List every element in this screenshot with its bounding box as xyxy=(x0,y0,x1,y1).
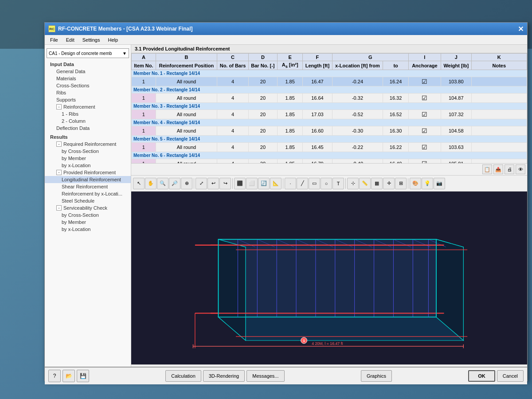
gfx-fit-btn[interactable]: ⤢ xyxy=(196,178,207,189)
anchorage-checkbox[interactable]: ☑ xyxy=(408,94,441,103)
menu-edit[interactable]: Edit xyxy=(63,36,78,43)
gfx-render-btn[interactable]: 💡 xyxy=(422,178,433,189)
sidebar-item-serviceability[interactable]: - Serviceability Check xyxy=(45,204,131,211)
sidebar-item-reinforcement[interactable]: - Reinforcement xyxy=(45,103,131,110)
cell-j: 103.80 xyxy=(441,77,471,86)
gfx-circle-btn[interactable]: ○ xyxy=(321,178,332,189)
gfx-undo-btn[interactable]: ↩ xyxy=(207,178,219,189)
case-dropdown[interactable]: CA1 - Design of concrete memb ▼ xyxy=(47,48,129,58)
gfx-line-btn[interactable]: ╱ xyxy=(297,178,308,189)
gfx-grid-btn[interactable]: ▦ xyxy=(371,178,383,189)
table-row[interactable]: 1All round4201.8516.45-0.2216.22☑103.63 xyxy=(132,143,527,152)
calculation-button[interactable]: Calculation xyxy=(165,370,201,382)
data-table-container[interactable]: A B C D E F G I J K xyxy=(131,53,527,164)
table-row[interactable]: 1All round4201.8516.64-0.3216.32☑104.87 xyxy=(132,94,527,103)
menu-help[interactable]: Help xyxy=(104,36,121,43)
sidebar-item-supports[interactable]: Supports xyxy=(45,96,131,103)
expand-reinforcement-icon[interactable]: - xyxy=(56,104,62,110)
svg-marker-3 xyxy=(219,239,436,317)
cell-h: 16.24 xyxy=(383,77,408,86)
table-action-btn-2[interactable]: 📤 xyxy=(493,164,503,174)
gfx-section-btn[interactable]: ⊞ xyxy=(395,178,407,189)
sidebar-item-materials[interactable]: Materials xyxy=(45,75,131,82)
gfx-measure-btn[interactable]: 📏 xyxy=(359,178,371,189)
3d-view[interactable]: 1 4 20M, l = 16.47 ft xyxy=(131,192,527,364)
table-row[interactable]: 1All round4201.8516.79-0.4016.40☑105.81 xyxy=(132,159,527,164)
anchorage-checkbox[interactable]: ☑ xyxy=(408,159,441,164)
col-subheader-h: to xyxy=(383,61,408,70)
graphics-button[interactable]: Graphics xyxy=(361,370,392,382)
table-row[interactable]: 1All round4201.8516.47-0.2416.24☑103.80 xyxy=(132,77,527,86)
gfx-cursor-btn[interactable]: ↖ xyxy=(133,178,145,189)
expand-serviceability-icon[interactable]: - xyxy=(56,205,62,211)
anchorage-checkbox[interactable]: ☑ xyxy=(408,126,441,136)
sidebar-item-shear-reinforcement[interactable]: Shear Reinforcement xyxy=(45,183,131,190)
gfx-axes-btn[interactable]: ✛ xyxy=(383,178,395,189)
gfx-point-btn[interactable]: · xyxy=(285,178,296,189)
expand-provided-icon[interactable]: - xyxy=(56,170,62,175)
sidebar-item-1-ribs[interactable]: 1 - Ribs xyxy=(45,110,131,117)
gfx-ortho-btn[interactable]: 📐 xyxy=(270,178,282,189)
sidebar-item-required-by-member[interactable]: by Member xyxy=(45,155,131,162)
ok-button[interactable]: OK xyxy=(468,370,495,382)
gfx-dim-btn[interactable]: ⊹ xyxy=(347,178,359,189)
gfx-view1-btn[interactable]: ⬛ xyxy=(234,178,246,189)
table-row[interactable]: 1All round4201.8516.60-0.3016.30☑104.58 xyxy=(132,126,527,136)
open-btn[interactable]: 📂 xyxy=(63,370,75,382)
sidebar-item-svc-by-x-location[interactable]: by x-Location xyxy=(45,226,131,233)
results-section: Results - Required Reinforcement by Cros… xyxy=(45,133,131,234)
anchorage-checkbox[interactable]: ☑ xyxy=(408,143,441,152)
sidebar-item-required-reinforcement[interactable]: - Required Reinforcement xyxy=(45,141,131,148)
menu-file[interactable]: File xyxy=(47,36,62,43)
sidebar-item-steel-schedule[interactable]: Steel Schedule xyxy=(45,197,131,204)
sidebar-item-general-data[interactable]: General Data xyxy=(45,68,131,75)
gfx-rotate-btn[interactable]: 🔄 xyxy=(258,178,270,189)
messages-button[interactable]: Messages... xyxy=(246,370,284,382)
cell-f: 16.47 xyxy=(303,77,332,86)
gfx-select-btn[interactable]: ⊕ xyxy=(181,178,192,189)
sidebar-item-required-by-x-location[interactable]: by x-Location xyxy=(45,162,131,169)
gfx-zoom-in-btn[interactable]: 🔍 xyxy=(157,178,168,189)
sidebar-item-svc-by-member[interactable]: by Member xyxy=(45,219,131,226)
sidebar-item-reinforcement-by-x[interactable]: Reinforcement by x-Locati... xyxy=(45,190,131,197)
gfx-rect-btn[interactable]: ▭ xyxy=(309,178,320,189)
cell-d: 20 xyxy=(248,143,277,152)
sidebar-item-deflection-data[interactable]: Deflection Data xyxy=(45,125,131,132)
expand-required-icon[interactable]: - xyxy=(56,141,62,147)
col-header-d: D xyxy=(248,54,277,61)
cell-b: All round xyxy=(156,159,217,164)
gfx-screenshot-btn[interactable]: 📷 xyxy=(434,178,445,189)
col-header-j: J xyxy=(441,54,471,61)
anchorage-checkbox[interactable]: ☑ xyxy=(408,77,441,86)
sidebar-item-longitudinal-reinforcement[interactable]: Longitudinal Reinforcement xyxy=(45,176,131,183)
table-action-btn-3[interactable]: 🖨 xyxy=(505,164,514,174)
gfx-zoom-out-btn[interactable]: 🔎 xyxy=(169,178,180,189)
save-btn[interactable]: 💾 xyxy=(77,370,89,382)
anchorage-checkbox[interactable]: ☑ xyxy=(408,110,441,119)
sidebar-item-svc-by-cross-section[interactable]: by Cross-Section xyxy=(45,211,131,219)
gfx-pan-btn[interactable]: ✋ xyxy=(145,178,156,189)
cancel-button[interactable]: Cancel xyxy=(497,370,524,382)
sidebar-item-required-by-cross-section[interactable]: by Cross-Section xyxy=(45,148,131,155)
gfx-view2-btn[interactable]: ⬜ xyxy=(246,178,258,189)
table-action-btn-1[interactable]: 📋 xyxy=(482,164,492,174)
reinforcement-table: A B C D E F G I J K xyxy=(131,53,527,164)
cell-a: 1 xyxy=(132,143,156,152)
gfx-redo-btn[interactable]: ↪ xyxy=(219,178,231,189)
table-row[interactable]: 1All round4201.8517.03-0.5216.52☑107.32 xyxy=(132,110,527,119)
col-subheader-d: Bar No. [-] xyxy=(248,61,277,70)
gfx-text-btn[interactable]: T xyxy=(332,178,344,189)
3d-rendering-button[interactable]: 3D-Rendering xyxy=(203,370,245,382)
cell-k xyxy=(471,94,527,103)
sidebar-item-cross-sections[interactable]: Cross-Sections xyxy=(45,82,131,89)
close-button[interactable]: ✕ xyxy=(518,25,524,33)
gfx-color-btn[interactable]: 🎨 xyxy=(410,178,421,189)
help-icon-btn[interactable]: ? xyxy=(48,370,61,382)
sidebar-item-ribs[interactable]: Ribs xyxy=(45,89,131,96)
table-action-btn-4[interactable]: 👁 xyxy=(516,164,525,174)
sidebar-item-2-column[interactable]: 2 - Column xyxy=(45,117,131,125)
cell-b: All round xyxy=(156,94,217,103)
menu-settings[interactable]: Settings xyxy=(79,36,104,43)
sidebar-item-provided-reinforcement[interactable]: - Provided Reinforcement xyxy=(45,169,131,176)
cell-h: 16.52 xyxy=(383,110,408,119)
